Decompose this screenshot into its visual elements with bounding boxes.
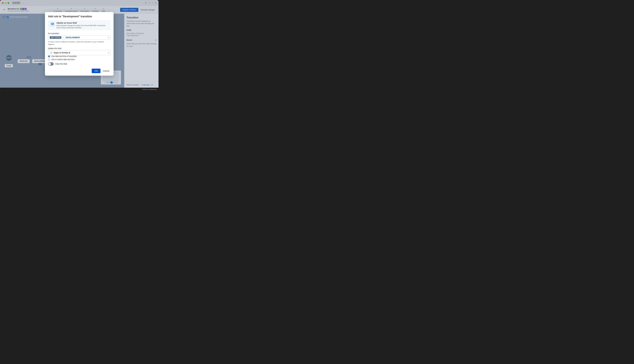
transition-arrow-icon: →	[62, 36, 64, 39]
radio-date-transition-input[interactable]	[48, 55, 50, 58]
transition-selector-inner: ANY STATUS → DEVELOPMENT	[50, 36, 80, 39]
clear-field-toggle[interactable]: ✕	[48, 62, 54, 66]
status-user: Yuehu Lin (fntsr.tw)	[142, 88, 157, 90]
transition-hint: To add a rule to a different transition,…	[48, 41, 110, 46]
field-chevron-icon: ▾	[108, 52, 109, 54]
field-value-text: began to develop at	[54, 52, 70, 54]
radio-custom-date-input[interactable]	[48, 58, 50, 60]
toggle-x-icon: ✕	[52, 63, 53, 65]
chevron-down-icon: ▾	[108, 37, 109, 38]
development-badge: DEVELOPMENT	[66, 36, 80, 39]
field-select-inner: 🕐 began to develop at	[50, 52, 70, 54]
modal-body: For transition ANY STATUS → DEVELOPMENT …	[45, 32, 114, 68]
clock-icon: 🕐	[50, 52, 52, 54]
rule-card: Update an issue field Automatically chan…	[48, 20, 110, 30]
modal-header: Add rule to "Development" transition Upd…	[45, 12, 114, 30]
rule-card-description: Automatically change the value of an iss…	[56, 24, 108, 29]
status-bar: Yuehu Lin (fntsr.tw)	[0, 88, 158, 91]
add-rule-modal: Add rule to "Development" transition Upd…	[45, 12, 114, 76]
modal-title: Add rule to "Development" transition	[48, 15, 110, 18]
rule-card-name: Update an issue field	[56, 22, 108, 24]
field-select-dropdown[interactable]: 🕐 began to develop at ▾	[48, 50, 110, 55]
rule-card-icon	[50, 22, 55, 27]
any-status-badge: ANY STATUS	[50, 36, 61, 39]
app-window: 私密測覽 ‹ › ⊕ □ + ⧉ ✕ Workflow for 🟩🟦🟪 iTho…	[0, 0, 158, 91]
clear-field-label: Clear this field	[55, 63, 67, 65]
radio-custom-date-label: Use a custom date and time	[51, 58, 74, 60]
clear-field-toggle-row: ✕ Clear this field	[48, 62, 110, 66]
rule-card-text: Update an issue field Automatically chan…	[56, 22, 108, 29]
radio-custom-date-time[interactable]: Use a custom date and time	[48, 58, 110, 60]
modal-footer: Add Cancel	[45, 68, 114, 76]
modal-overlay: Add rule to "Development" transition Upd…	[0, 0, 158, 88]
add-button[interactable]: Add	[92, 68, 100, 73]
svg-rect-0	[51, 23, 54, 25]
radio-date-transition-label: Use date and time of transition	[51, 55, 77, 58]
radio-date-time-transition[interactable]: Use date and time of transition	[48, 55, 110, 58]
for-transition-label: For transition	[48, 32, 110, 34]
svg-rect-1	[52, 24, 53, 24]
transition-selector[interactable]: ANY STATUS → DEVELOPMENT ▾	[48, 35, 110, 40]
toggle-knob	[48, 63, 51, 65]
update-field-icon	[51, 22, 54, 26]
date-option-group: Use date and time of transition Use a cu…	[48, 55, 110, 60]
update-field-label: Update this field	[48, 48, 110, 49]
svg-rect-2	[52, 24, 52, 24]
cancel-button[interactable]: Cancel	[102, 68, 110, 73]
